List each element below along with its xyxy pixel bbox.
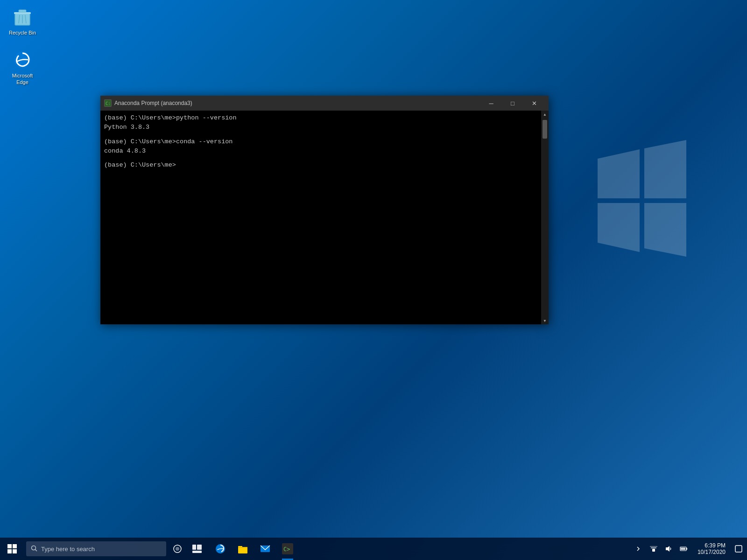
svg-rect-19 bbox=[238, 547, 247, 548]
svg-rect-13 bbox=[192, 545, 196, 550]
taskbar-mail[interactable] bbox=[254, 538, 276, 560]
taskbar: Type here to search bbox=[0, 538, 747, 560]
taskbar-clock[interactable]: 6:39 PM 10/17/2020 bbox=[693, 538, 730, 560]
recycle-bin-label: Recycle Bin bbox=[9, 29, 36, 36]
svg-rect-14 bbox=[197, 545, 202, 550]
edge-icon-label: Microsoft Edge bbox=[6, 72, 39, 86]
svg-rect-17 bbox=[238, 547, 247, 553]
svg-rect-25 bbox=[650, 546, 657, 547]
maximize-button[interactable]: □ bbox=[502, 96, 523, 111]
taskbar-search[interactable]: Type here to search bbox=[26, 541, 166, 556]
svg-rect-30 bbox=[735, 546, 742, 552]
taskbar-apps: C> bbox=[209, 538, 299, 560]
window-title-icon: C: bbox=[104, 99, 112, 107]
clock-time: 6:39 PM bbox=[705, 542, 726, 549]
scroll-thumb[interactable] bbox=[543, 120, 547, 139]
start-icon bbox=[7, 544, 17, 553]
svg-rect-29 bbox=[681, 548, 685, 550]
svg-rect-1 bbox=[14, 12, 31, 14]
tray-network[interactable] bbox=[646, 538, 661, 560]
terminal-line-2: Python 3.8.3 bbox=[104, 123, 545, 132]
edge-icon[interactable]: Microsoft Edge bbox=[4, 47, 41, 88]
taskbar-anaconda[interactable]: C> bbox=[276, 538, 299, 560]
notification-button[interactable] bbox=[730, 538, 747, 560]
terminal-spacer-1 bbox=[104, 133, 545, 137]
close-button[interactable]: ✕ bbox=[523, 96, 545, 111]
search-placeholder: Type here to search bbox=[41, 546, 95, 553]
taskbar-file-explorer[interactable] bbox=[232, 538, 254, 560]
clock-date: 10/17/2020 bbox=[698, 549, 726, 555]
svg-rect-2 bbox=[19, 10, 26, 12]
search-icon bbox=[31, 545, 37, 553]
svg-rect-24 bbox=[651, 547, 656, 548]
prompt-icon: C: bbox=[104, 99, 112, 107]
recycle-bin-icon[interactable]: Recycle Bin bbox=[4, 4, 41, 38]
svg-text:C>: C> bbox=[283, 546, 290, 553]
svg-rect-15 bbox=[192, 551, 202, 553]
svg-rect-23 bbox=[652, 549, 655, 552]
window-titlebar: C: Anaconda Prompt (anaconda3) ─ □ ✕ bbox=[100, 96, 549, 111]
start-button[interactable] bbox=[0, 538, 24, 560]
scrollbar[interactable]: ▲ ▼ bbox=[541, 111, 549, 324]
task-view-icon bbox=[192, 545, 202, 553]
terminal-line-5: (base) C:\Users\me> bbox=[104, 161, 545, 170]
taskbar-tray bbox=[629, 538, 693, 560]
tray-battery[interactable] bbox=[676, 538, 691, 560]
anaconda-window: C: Anaconda Prompt (anaconda3) ─ □ ✕ (ba… bbox=[100, 96, 549, 324]
svg-point-12 bbox=[176, 547, 179, 551]
svg-rect-28 bbox=[686, 548, 687, 550]
terminal-line-3: (base) C:\Users\me>conda --version bbox=[104, 137, 545, 147]
terminal-body[interactable]: (base) C:\Users\me>python --version Pyth… bbox=[100, 111, 549, 324]
terminal-line-4: conda 4.8.3 bbox=[104, 147, 545, 156]
svg-text:C:: C: bbox=[106, 101, 111, 106]
terminal-line-1: (base) C:\Users\me>python --version bbox=[104, 113, 545, 123]
minimize-button[interactable]: ─ bbox=[480, 96, 502, 111]
task-view-button[interactable] bbox=[187, 538, 207, 560]
cortana-button[interactable] bbox=[168, 538, 187, 560]
terminal-spacer-2 bbox=[104, 156, 545, 161]
window-title-text: Anaconda Prompt (anaconda3) bbox=[114, 100, 480, 106]
svg-line-10 bbox=[35, 549, 37, 551]
svg-point-9 bbox=[32, 546, 36, 550]
svg-marker-26 bbox=[666, 546, 669, 552]
tray-chevron[interactable] bbox=[631, 538, 646, 560]
taskbar-edge[interactable] bbox=[209, 538, 232, 560]
scroll-up-arrow[interactable]: ▲ bbox=[541, 111, 549, 118]
scroll-down-arrow[interactable]: ▼ bbox=[541, 317, 549, 324]
window-controls: ─ □ ✕ bbox=[480, 96, 545, 111]
recycle-bin-image bbox=[11, 6, 34, 28]
tray-sound[interactable] bbox=[661, 538, 676, 560]
edge-image bbox=[11, 49, 34, 71]
